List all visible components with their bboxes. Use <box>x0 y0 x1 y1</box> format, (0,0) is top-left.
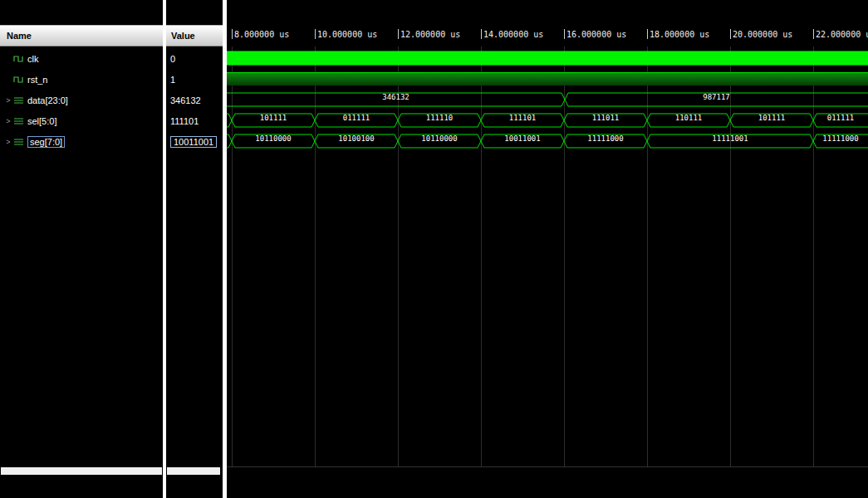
bus-icon <box>13 116 25 126</box>
value-header-label: Value <box>171 31 195 41</box>
bus-value-label: 101111 <box>232 114 315 127</box>
bus-value-label: 110111 <box>647 114 730 127</box>
signal-icon <box>13 54 25 64</box>
bus-value-label: 11111001 <box>647 134 813 148</box>
value-row-data[interactable]: 346132 <box>166 90 223 110</box>
value-row-clk[interactable]: 0 <box>166 48 223 69</box>
signal-name-panel: Name clk rst_n > data[23:0] > <box>0 0 163 498</box>
name-panel-scrollbar[interactable] <box>1 467 162 475</box>
bus-value-label: 10110000 <box>232 134 315 148</box>
signal-value-selected: 10011001 <box>170 136 217 148</box>
value-row-sel[interactable]: 111101 <box>166 110 223 131</box>
signal-name-label: clk <box>27 54 38 64</box>
signal-value: 0 <box>170 54 175 64</box>
signal-row-clk[interactable]: clk <box>0 48 163 69</box>
expand-arrow-icon[interactable]: > <box>3 138 13 146</box>
value-row-rst-n[interactable]: 1 <box>166 69 223 90</box>
name-column-header[interactable]: Name <box>0 25 163 46</box>
expand-arrow-icon[interactable]: > <box>3 96 13 105</box>
bus-value-label: 10110000 <box>398 134 481 148</box>
bus-value-label: 11111000 <box>813 134 868 148</box>
signal-value-panel: Value 0 1 346132 111101 10011001 <box>166 0 223 498</box>
bus-value-label: 101111 <box>730 114 813 127</box>
bus-value-label: 111110 <box>398 114 481 127</box>
signal-name-label: data[23:0] <box>27 95 68 105</box>
rst-n-wave <box>227 72 868 85</box>
expand-arrow-icon[interactable]: > <box>3 117 13 125</box>
clk-wave <box>227 51 868 65</box>
signal-row-rst-n[interactable]: rst_n <box>0 69 163 90</box>
bus-value-label: 346132 <box>227 93 565 106</box>
name-header-label: Name <box>7 31 32 41</box>
signal-row-sel[interactable]: > sel[5:0] <box>0 110 163 131</box>
bus-value-label: 987117 <box>565 93 868 106</box>
bus-value-label: 11111000 <box>564 134 647 148</box>
signal-value: 1 <box>170 75 175 85</box>
signal-name-label: rst_n <box>27 75 47 85</box>
waveform-canvas[interactable]: 8.000000 us 10.000000 us 12.000000 us 14… <box>227 0 868 498</box>
bus-value-label: 011111 <box>315 114 398 127</box>
bus-value-label: 10100100 <box>315 134 398 148</box>
waveform-viewer-window: Name clk rst_n > data[23:0] > <box>0 0 868 498</box>
signal-row-seg[interactable]: > seg[7:0] <box>0 131 163 152</box>
bus-value-label: 011111 <box>813 114 868 127</box>
bus-icon <box>13 95 25 105</box>
value-row-seg[interactable]: 10011001 <box>166 131 223 152</box>
bus-value-label: 111101 <box>481 114 564 127</box>
waveform-plot[interactable] <box>227 0 868 466</box>
value-panel-scrollbar[interactable] <box>167 467 220 475</box>
value-column-header[interactable]: Value <box>166 25 223 46</box>
bus-value-label: 10011001 <box>481 134 564 148</box>
signal-value: 346132 <box>170 95 201 105</box>
signal-row-data[interactable]: > data[23:0] <box>0 90 163 110</box>
signal-value: 111101 <box>170 116 199 126</box>
bus-value-label: 111011 <box>564 114 647 127</box>
signal-icon <box>13 75 25 85</box>
signal-name-label: sel[5:0] <box>27 116 56 126</box>
wave-panel-divider <box>227 466 868 467</box>
bus-icon <box>13 137 25 147</box>
signal-name-label-selected: seg[7:0] <box>27 136 65 148</box>
grid-lines <box>233 46 814 466</box>
